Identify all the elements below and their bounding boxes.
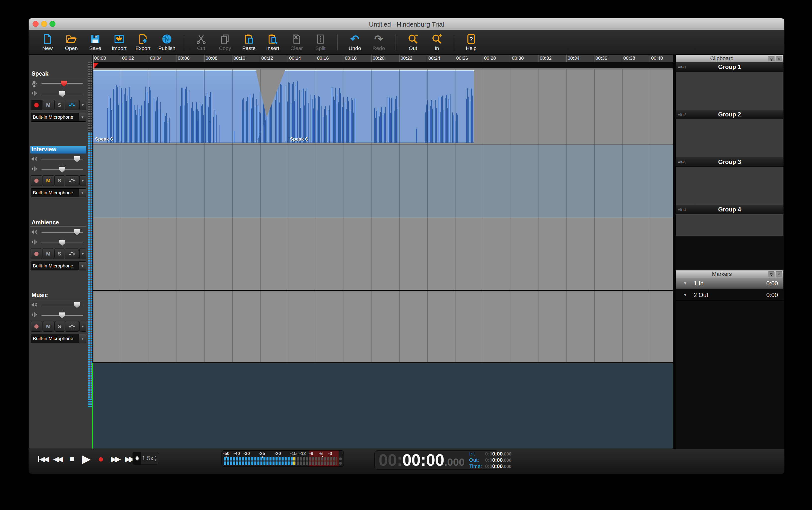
paste-button[interactable]: Paste (237, 33, 261, 51)
marker-row[interactable]: ▼2 Out0:00 (676, 290, 783, 301)
volume-slider[interactable] (41, 80, 83, 87)
volume-slider-thumb[interactable] (74, 156, 80, 162)
record-arm-button[interactable] (31, 175, 42, 186)
dropdown-arrow-button[interactable]: ▼ (79, 189, 86, 197)
markers-close-button[interactable]: × (776, 272, 782, 277)
input-device-dropdown[interactable]: Built-in Microphone▼ (31, 188, 86, 197)
volume-slider-thumb[interactable] (74, 229, 80, 235)
track-title[interactable]: Ambience (30, 219, 86, 227)
clipboard-group-bar[interactable]: Alt+2Group 2 (676, 110, 783, 119)
speed-up-icon[interactable]: ▲ (154, 455, 157, 458)
title-bar[interactable]: Untitled - Hindenburg Trial (29, 18, 784, 30)
pan-slider-thumb[interactable] (59, 312, 65, 318)
clipboard-group-body[interactable] (676, 214, 783, 236)
in-button[interactable]: In (425, 33, 449, 51)
mute-button[interactable]: M (42, 249, 54, 259)
insert-button[interactable]: Insert (261, 33, 285, 51)
open-button[interactable]: Open (59, 33, 83, 51)
markers-pin-button[interactable] (768, 272, 775, 277)
import-button[interactable]: Import (107, 33, 131, 51)
track-title[interactable]: Interview (30, 146, 86, 153)
clipboard-panel-header[interactable]: Clipboard × (676, 55, 783, 62)
audio-clip[interactable]: Speak 6 (256, 70, 474, 143)
clipboard-group-body[interactable] (676, 167, 783, 205)
track-menu-button[interactable]: ▼ (79, 249, 86, 259)
undo-button[interactable]: ↶Undo (343, 33, 367, 51)
volume-slider-thumb[interactable] (74, 302, 80, 308)
track-menu-button[interactable]: ▼ (79, 100, 86, 110)
timeline-grid[interactable]: 00:0000:0200:0400:0600:0800:1000:1200:14… (93, 55, 673, 449)
clipboard-group-bar[interactable]: Alt+3Group 3 (676, 157, 783, 167)
publish-button[interactable]: Publish (155, 33, 179, 51)
track-lane-ambience[interactable] (93, 218, 673, 290)
clipboard-close-button[interactable]: × (776, 56, 782, 61)
clipboard-group-body[interactable] (676, 119, 783, 157)
input-device-dropdown[interactable]: Built-in Microphone▼ (31, 334, 86, 343)
track-menu-button[interactable]: ▼ (79, 321, 86, 332)
playback-speed-control[interactable]: 1.5x ▲▼ (132, 452, 158, 465)
pan-slider[interactable] (41, 239, 83, 246)
volume-slider-thumb[interactable] (61, 81, 67, 87)
marker-expand-icon[interactable]: ▼ (676, 281, 694, 286)
mute-button[interactable]: M (42, 321, 54, 332)
audio-clip[interactable]: Speak 6 (93, 70, 272, 143)
play-button[interactable]: ▶ (81, 452, 92, 465)
record-arm-button[interactable] (31, 100, 42, 110)
eq-button[interactable] (65, 249, 79, 259)
speed-indicator-button[interactable] (133, 452, 141, 464)
playhead-flag-icon[interactable] (93, 63, 99, 69)
pan-slider[interactable] (41, 312, 83, 319)
export-button[interactable]: Export (131, 33, 155, 51)
marker-row[interactable]: ▼1 In0:00 (676, 278, 783, 289)
track-lane-interview[interactable] (93, 145, 673, 218)
mute-button[interactable]: M (42, 100, 54, 110)
skip-to-start-button[interactable]: ◀◀ (37, 452, 49, 465)
pan-slider-thumb[interactable] (59, 167, 65, 173)
record-arm-button[interactable] (31, 321, 42, 332)
clipboard-group-body[interactable] (676, 72, 783, 110)
solo-button[interactable]: S (55, 100, 64, 110)
stop-button[interactable]: ■ (66, 452, 77, 465)
volume-slider[interactable] (41, 302, 83, 308)
pan-slider[interactable] (41, 91, 83, 97)
speed-down-icon[interactable]: ▼ (154, 459, 157, 461)
track-lanes[interactable]: Speak 6Speak 6 (93, 69, 673, 363)
clipboard-group-bar[interactable]: Alt+1Group 1 (676, 62, 783, 72)
marker-expand-icon[interactable]: ▼ (676, 293, 694, 297)
clipboard-pin-button[interactable] (768, 56, 775, 61)
timeline-ruler[interactable]: 00:0000:0200:0400:0600:0800:1000:1200:14… (93, 55, 673, 62)
eq-button[interactable] (65, 321, 79, 332)
input-device-dropdown[interactable]: Built-in Microphone▼ (31, 113, 86, 122)
track-title[interactable]: Music (30, 292, 86, 299)
volume-slider[interactable] (41, 156, 83, 163)
record-arm-button[interactable] (31, 249, 42, 259)
pan-slider[interactable] (41, 166, 83, 173)
solo-button[interactable]: S (55, 175, 64, 186)
new-button[interactable]: New (35, 33, 59, 51)
playhead-line[interactable] (92, 363, 93, 449)
eq-button[interactable] (65, 100, 79, 110)
pan-slider-thumb[interactable] (59, 240, 65, 246)
dropdown-arrow-button[interactable]: ▼ (79, 262, 86, 270)
save-button[interactable]: Save (83, 33, 107, 51)
dropdown-arrow-button[interactable]: ▼ (79, 334, 86, 343)
record-button[interactable]: ● (95, 452, 106, 465)
speed-stepper[interactable]: ▲▼ (154, 455, 158, 461)
track-title[interactable]: Speak (30, 70, 86, 78)
eq-button[interactable] (65, 175, 79, 186)
input-device-dropdown[interactable]: Built-in Microphone▼ (31, 261, 86, 271)
mute-button[interactable]: M (42, 175, 54, 186)
clipboard-group-bar[interactable]: Alt+4Group 4 (676, 205, 783, 214)
dropdown-arrow-button[interactable]: ▼ (79, 113, 86, 121)
track-lane-music[interactable] (93, 291, 673, 362)
track-menu-button[interactable]: ▼ (79, 175, 86, 186)
solo-button[interactable]: S (55, 321, 64, 332)
rewind-button[interactable]: ◀◀ (52, 452, 63, 465)
help-button[interactable]: ?Help (459, 33, 483, 51)
out-button[interactable]: Out (401, 33, 425, 51)
volume-slider[interactable] (41, 229, 83, 235)
pan-slider-thumb[interactable] (59, 91, 65, 97)
track-lane-speak[interactable]: Speak 6Speak 6 (93, 69, 673, 145)
fast-forward-button[interactable]: ▶▶ (110, 452, 121, 465)
markers-panel-header[interactable]: Markers × (676, 271, 783, 278)
